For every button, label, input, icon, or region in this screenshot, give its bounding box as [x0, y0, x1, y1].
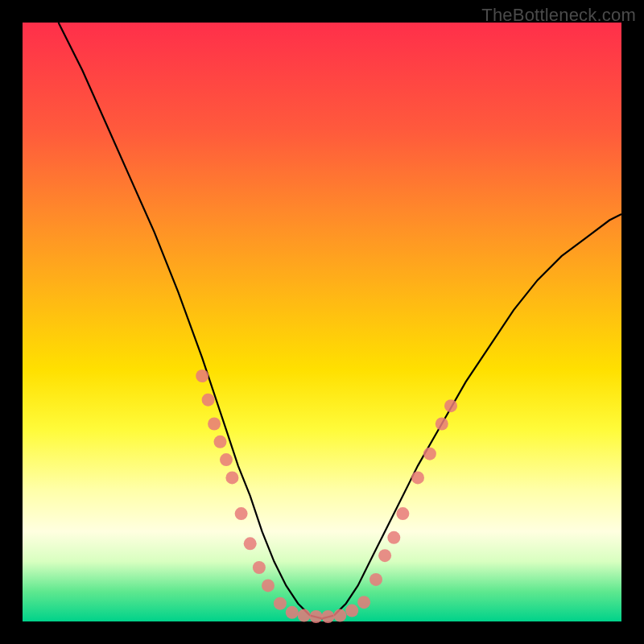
- point-left-cluster: [208, 418, 221, 431]
- watermark-text: TheBottleneck.com: [481, 5, 636, 26]
- point-left-cluster: [225, 471, 238, 484]
- point-left-cluster: [196, 369, 208, 382]
- point-bottom-cluster: [357, 596, 370, 609]
- point-right-cluster: [396, 507, 409, 520]
- point-left-cluster: [220, 453, 233, 466]
- point-left-cluster: [253, 561, 266, 574]
- point-left-cluster: [244, 537, 257, 550]
- point-right-cluster: [444, 399, 457, 412]
- chart-frame: TheBottleneck.com: [0, 0, 644, 644]
- point-right-cluster: [411, 471, 424, 484]
- point-bottom-cluster: [310, 610, 323, 623]
- point-bottom-cluster: [345, 605, 358, 617]
- point-left-cluster: [202, 394, 215, 407]
- point-left-cluster: [235, 507, 248, 520]
- point-right-cluster: [423, 448, 436, 460]
- point-bottom-cluster: [286, 606, 299, 619]
- point-left-cluster: [262, 579, 275, 592]
- point-bottom-cluster: [274, 597, 287, 610]
- point-right-cluster: [369, 573, 382, 586]
- chart-svg: [23, 23, 621, 621]
- point-bottom-cluster: [321, 610, 334, 623]
- point-right-cluster: [387, 531, 400, 544]
- curve-bottleneck-curve: [59, 23, 621, 618]
- point-left-cluster: [214, 436, 227, 448]
- plot-area: [23, 23, 621, 621]
- point-bottom-cluster: [298, 609, 311, 622]
- point-bottom-cluster: [333, 609, 346, 622]
- point-right-cluster: [436, 418, 448, 431]
- point-right-cluster: [378, 549, 391, 562]
